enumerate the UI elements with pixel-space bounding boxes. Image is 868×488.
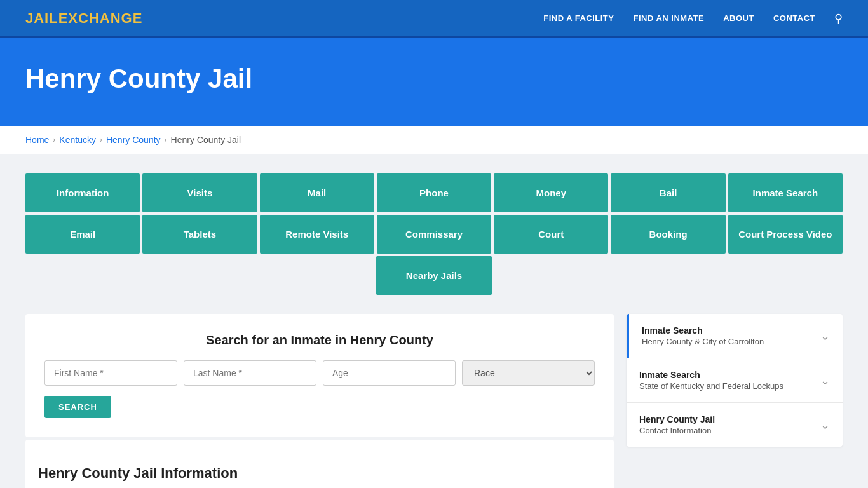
button-grid-row2: Email Tablets Remote Visits Commissary C… xyxy=(25,215,843,254)
btn-court-process-video[interactable]: Court Process Video xyxy=(728,215,843,254)
chevron-down-icon-3: ⌄ xyxy=(820,418,830,432)
breadcrumb-kentucky[interactable]: Kentucky xyxy=(59,135,96,145)
site-logo[interactable]: JAILEXCHANGE xyxy=(25,10,142,27)
content-area: Search for an Inmate in Henry County Rac… xyxy=(25,314,843,488)
nav-links: FIND A FACILITY FIND AN INMATE ABOUT CON… xyxy=(543,11,843,25)
btn-tablets[interactable]: Tablets xyxy=(142,215,257,254)
search-button[interactable]: SEARCH xyxy=(44,396,111,418)
search-title: Search for an Inmate in Henry County xyxy=(44,333,595,348)
info-section: Henry County Jail Information xyxy=(25,440,614,488)
nav-contact[interactable]: CONTACT xyxy=(773,13,815,23)
btn-information[interactable]: Information xyxy=(25,173,140,212)
inmate-search-box: Search for an Inmate in Henry County Rac… xyxy=(25,314,614,437)
logo-jail: JAIL xyxy=(25,10,58,26)
breadcrumb-sep-3: › xyxy=(165,135,167,144)
age-input[interactable] xyxy=(323,360,456,386)
btn-email[interactable]: Email xyxy=(25,215,140,254)
btn-remote-visits[interactable]: Remote Visits xyxy=(260,215,374,254)
last-name-input[interactable] xyxy=(184,360,316,386)
first-name-input[interactable] xyxy=(44,360,177,386)
sidebar-item-3-subtitle: Contact Information xyxy=(639,426,814,435)
breadcrumb-home[interactable]: Home xyxy=(25,135,49,145)
sidebar-item-2[interactable]: Inmate Search State of Kentucky and Fede… xyxy=(627,358,843,403)
button-grid-row3: Nearby Jails xyxy=(25,256,843,295)
sidebar-item-2-subtitle: State of Kentucky and Federal Lockups xyxy=(639,381,814,391)
btn-commissary[interactable]: Commissary xyxy=(377,215,491,254)
btn-visits[interactable]: Visits xyxy=(142,173,257,212)
sidebar-item-3-title: Henry County Jail xyxy=(639,414,814,424)
btn-phone[interactable]: Phone xyxy=(377,173,491,212)
chevron-down-icon: ⌄ xyxy=(820,329,830,343)
sidebar-item-1-subtitle: Henry County & City of Carrollton xyxy=(642,337,814,346)
sidebar: Inmate Search Henry County & City of Car… xyxy=(627,314,843,447)
breadcrumb-henry-county[interactable]: Henry County xyxy=(106,135,161,145)
btn-money[interactable]: Money xyxy=(494,173,608,212)
btn-booking[interactable]: Booking xyxy=(611,215,725,254)
section-heading: Henry County Jail Information xyxy=(38,465,601,482)
sidebar-item-1-title: Inmate Search xyxy=(642,325,814,336)
btn-court[interactable]: Court xyxy=(494,215,608,254)
sidebar-item-1[interactable]: Inmate Search Henry County & City of Car… xyxy=(627,314,843,358)
navbar: JAILEXCHANGE FIND A FACILITY FIND AN INM… xyxy=(0,0,868,38)
main-content: Information Visits Mail Phone Money Bail… xyxy=(0,154,868,488)
sidebar-item-2-text: Inmate Search State of Kentucky and Fede… xyxy=(639,370,814,391)
btn-mail[interactable]: Mail xyxy=(260,173,374,212)
breadcrumb-sep-2: › xyxy=(100,135,102,144)
nav-about[interactable]: ABOUT xyxy=(723,13,754,23)
hero-banner: Henry County Jail xyxy=(0,38,868,126)
sidebar-item-3[interactable]: Henry County Jail Contact Information ⌄ xyxy=(627,403,843,447)
breadcrumb: Home › Kentucky › Henry County › Henry C… xyxy=(0,126,868,154)
breadcrumb-sep-1: › xyxy=(53,135,55,144)
search-icon[interactable]: ⚲ xyxy=(834,11,843,25)
page-title: Henry County Jail xyxy=(25,64,843,94)
sidebar-item-3-text: Henry County Jail Contact Information xyxy=(639,414,814,435)
sidebar-item-1-text: Inmate Search Henry County & City of Car… xyxy=(642,325,814,346)
sidebar-card: Inmate Search Henry County & City of Car… xyxy=(627,314,843,447)
btn-nearby-jails[interactable]: Nearby Jails xyxy=(376,256,492,295)
breadcrumb-current: Henry County Jail xyxy=(171,135,241,145)
button-grid-row1: Information Visits Mail Phone Money Bail… xyxy=(25,173,843,212)
sidebar-item-2-title: Inmate Search xyxy=(639,370,814,380)
nav-find-inmate[interactable]: FIND AN INMATE xyxy=(633,13,704,23)
race-select[interactable]: Race White Black Hispanic Asian Other xyxy=(462,360,595,386)
chevron-down-icon-2: ⌄ xyxy=(820,374,830,388)
btn-bail[interactable]: Bail xyxy=(611,173,725,212)
search-fields: Race White Black Hispanic Asian Other xyxy=(44,360,595,386)
logo-exchange: EXCHANGE xyxy=(58,10,143,26)
nav-find-facility[interactable]: FIND A FACILITY xyxy=(543,13,614,23)
btn-inmate-search[interactable]: Inmate Search xyxy=(728,173,843,212)
left-column: Search for an Inmate in Henry County Rac… xyxy=(25,314,614,488)
